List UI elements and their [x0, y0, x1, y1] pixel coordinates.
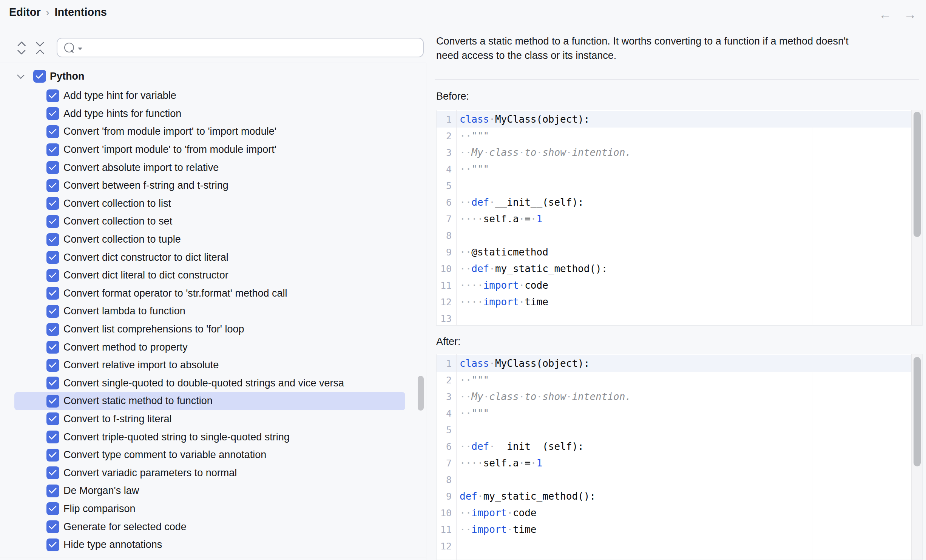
intention-label: Convert triple-quoted string to single-q…	[63, 431, 290, 443]
tree-toolbar	[0, 38, 426, 58]
search-icon[interactable]	[64, 43, 74, 52]
intention-row[interactable]: Convert collection to tuple	[14, 231, 405, 249]
line-number: 2	[437, 375, 456, 386]
code-line: 1class·MyClass(object):	[437, 355, 912, 372]
checkbox-checked[interactable]	[46, 395, 59, 408]
code-line: 8	[437, 227, 912, 244]
code-text: ····self.a·=·1	[456, 213, 542, 225]
intention-row[interactable]: Convert type comment to variable annotat…	[14, 446, 405, 464]
intention-row[interactable]: Convert dict literal to dict constructor	[14, 266, 405, 285]
code-line: 2··"""	[437, 372, 912, 388]
expand-all-icon[interactable]	[15, 41, 28, 55]
editor-scrollbar-thumb[interactable]	[914, 357, 921, 466]
intention-row[interactable]: Convert between f-string and t-string	[14, 177, 405, 195]
intention-row[interactable]: Add type hint for variable	[14, 87, 405, 105]
intention-row[interactable]: Convert format operator to 'str.format' …	[14, 285, 405, 303]
intention-row[interactable]: Convert absolute import to relative	[14, 158, 405, 177]
intention-row[interactable]: Convert collection to list	[14, 195, 405, 213]
intention-row[interactable]: Convert single-quoted to double-quoted s…	[14, 374, 405, 392]
checkbox-checked[interactable]	[46, 215, 59, 228]
checkbox-checked[interactable]	[46, 107, 59, 120]
checkbox-checked[interactable]	[46, 485, 59, 497]
checkbox-checked[interactable]	[46, 89, 59, 102]
intention-label: Convert lambda to function	[63, 305, 185, 317]
chevron-down-icon[interactable]	[17, 71, 25, 79]
code-text: ··"""	[456, 163, 489, 175]
checkbox-checked[interactable]	[46, 377, 59, 389]
checkbox-checked[interactable]	[46, 197, 59, 210]
code-line: 10··def·my_static_method():	[437, 260, 912, 277]
intention-row[interactable]: Generate for selected code	[14, 518, 405, 536]
search-box[interactable]	[57, 38, 424, 57]
intention-row[interactable]: Convert collection to set	[14, 212, 405, 231]
checkbox-checked[interactable]	[46, 143, 59, 156]
after-label: After:	[436, 336, 461, 348]
line-number: 1	[437, 358, 456, 369]
intention-row[interactable]: Convert lambda to function	[14, 302, 405, 320]
code-text: class·MyClass(object):	[456, 114, 590, 125]
code-text: ··def·my_static_method():	[456, 263, 607, 274]
checkbox-checked[interactable]	[46, 431, 59, 443]
editor-scrollbar-track[interactable]	[911, 354, 922, 560]
checkbox-checked[interactable]	[46, 466, 59, 479]
intention-row[interactable]: Convert method to property	[14, 338, 405, 356]
checkbox-checked[interactable]	[46, 449, 59, 462]
intention-row[interactable]: Add type hints for function	[14, 105, 405, 123]
tree-group-python[interactable]: Python	[0, 67, 415, 85]
checkbox-checked[interactable]	[46, 125, 59, 138]
intention-list: Add type hint for variableAdd type hints…	[0, 87, 426, 554]
breadcrumb-editor[interactable]: Editor	[9, 6, 41, 18]
editor-scrollbar-track[interactable]	[911, 110, 922, 325]
intention-row[interactable]: Convert list comprehensions to 'for' loo…	[14, 320, 405, 338]
description-line: Converts a static method to a function. …	[436, 34, 923, 48]
checkbox-checked[interactable]	[46, 287, 59, 300]
checkbox-checked[interactable]	[46, 341, 59, 354]
intention-label: Convert absolute import to relative	[63, 162, 219, 174]
line-number: 3	[437, 391, 456, 402]
intention-label: Convert relative import to absolute	[63, 359, 219, 371]
checkbox-checked[interactable]	[46, 251, 59, 264]
code-line: 4··"""	[437, 161, 912, 177]
checkbox-checked[interactable]	[46, 502, 59, 515]
intention-row[interactable]: Convert variadic parameters to normal	[14, 464, 405, 482]
intention-row[interactable]: Convert static method to function	[14, 392, 405, 410]
intention-row[interactable]: Convert 'from module import' to 'import …	[14, 123, 405, 141]
checkbox-checked[interactable]	[46, 359, 59, 372]
intention-label: Convert collection to tuple	[63, 234, 181, 245]
intention-row[interactable]: Convert triple-quoted string to single-q…	[14, 428, 405, 446]
checkbox-checked[interactable]	[46, 269, 59, 282]
checkbox-checked[interactable]	[46, 305, 59, 318]
intention-label: Convert type comment to variable annotat…	[63, 449, 266, 461]
search-options-caret-icon[interactable]	[78, 48, 82, 50]
tree-group-label: Python	[50, 71, 85, 82]
editor-scrollbar-thumb[interactable]	[914, 112, 921, 237]
intention-label: Convert variadic parameters to normal	[63, 467, 237, 479]
checkbox-checked[interactable]	[46, 179, 59, 192]
checkbox-checked[interactable]	[46, 323, 59, 336]
checkbox-checked[interactable]	[46, 520, 59, 533]
code-line: 2··"""	[437, 128, 912, 144]
intention-row[interactable]: Convert to f-string literal	[14, 410, 405, 428]
code-text: def·my_static_method():	[456, 491, 596, 502]
collapse-all-icon[interactable]	[33, 41, 47, 55]
breadcrumb-separator-icon: ›	[46, 6, 49, 18]
checkbox-checked[interactable]	[46, 412, 59, 425]
code-line: 13	[437, 310, 912, 326]
checkbox-checked[interactable]	[46, 161, 59, 174]
code-text: class·MyClass(object):	[456, 358, 590, 369]
intention-row[interactable]: Convert relative import to absolute	[14, 356, 405, 374]
intention-row[interactable]: Flip comparison	[14, 500, 405, 518]
checkbox-checked[interactable]	[46, 538, 59, 551]
code-line: 7····self.a·=·1	[437, 211, 912, 227]
intention-row[interactable]: De Morgan's law	[14, 482, 405, 500]
search-input[interactable]	[86, 40, 423, 55]
tree-scrollbar-thumb[interactable]	[418, 376, 424, 411]
intention-row[interactable]: Convert dict constructor to dict literal	[14, 248, 405, 266]
line-number: 5	[437, 180, 456, 191]
code-line: 7····self.a·=·1	[437, 455, 912, 471]
checkbox-python[interactable]	[33, 70, 46, 83]
line-number: 10	[437, 508, 456, 518]
intention-row[interactable]: Convert 'import module' to 'from module …	[14, 141, 405, 159]
intention-row[interactable]: Hide type annotations	[14, 536, 405, 554]
checkbox-checked[interactable]	[46, 233, 59, 246]
